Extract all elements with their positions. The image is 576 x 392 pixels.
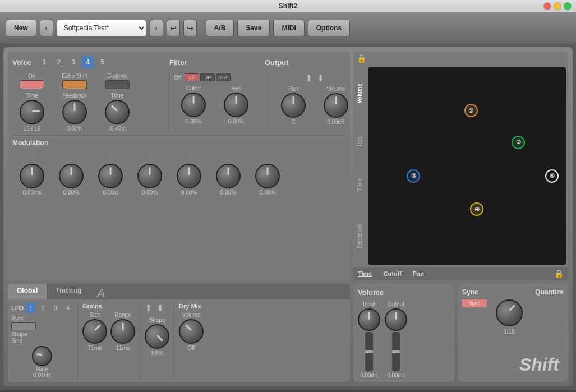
- quantize-header: Sync Quantize: [462, 288, 564, 296]
- top-section: Voice 1 2 3 4 5 Filter Output: [8, 52, 568, 280]
- output-knob[interactable]: [385, 308, 407, 331]
- preset-select[interactable]: Softpedia Test*: [57, 20, 146, 36]
- voice-num-3[interactable]: 3: [67, 56, 80, 68]
- filter-bp-button[interactable]: BP: [200, 73, 215, 81]
- res-knob[interactable]: [224, 93, 248, 117]
- options-button[interactable]: Options: [308, 20, 350, 36]
- new-button[interactable]: New: [6, 20, 36, 36]
- feedback-label: Feedback: [62, 93, 87, 99]
- feedback-control: Feedback 0.00%: [55, 93, 94, 132]
- save-button[interactable]: Save: [237, 20, 270, 36]
- undo-button[interactable]: ↩: [167, 20, 180, 36]
- cutoff-value: 0.00%: [186, 118, 201, 124]
- lfo-num-1[interactable]: 1: [26, 303, 36, 313]
- time-knob[interactable]: [20, 100, 44, 124]
- filter-column: Off LP BP HP Cutoff 0.00% Res: [174, 73, 269, 132]
- grains-size-control: Size 71ms: [82, 312, 107, 351]
- midi-button[interactable]: MIDI: [273, 20, 304, 36]
- tune-knob[interactable]: [105, 100, 130, 124]
- xy-tune-label[interactable]: Tune: [357, 178, 363, 191]
- lfo-num-3[interactable]: 3: [50, 303, 61, 313]
- mod-knob-ctrl-2[interactable]: [59, 164, 84, 188]
- echo-shift-control: Echo Shift: [55, 73, 94, 89]
- filter-hp-button[interactable]: HP: [216, 73, 231, 81]
- xy-lock-right-icon[interactable]: 🔒: [554, 269, 564, 278]
- vfo-panel: Voice 1 2 3 4 5 Filter Output: [8, 52, 350, 280]
- drymix-volume-control: Volume Off: [179, 312, 204, 351]
- shape-up-icon[interactable]: ⬆: [145, 303, 152, 313]
- input-fader[interactable]: [365, 332, 373, 371]
- output-arrows: ⬆ ⬇: [274, 73, 356, 84]
- mod-knob-ctrl-4[interactable]: [137, 164, 162, 188]
- output-fader-control: Output 0.00dB: [385, 301, 407, 379]
- mod-dash-13: -: [209, 156, 248, 163]
- feedback-knob[interactable]: [62, 100, 87, 124]
- mod-value-2: 0.00%: [63, 190, 79, 196]
- maximize-button[interactable]: [564, 2, 572, 10]
- voice-num-2[interactable]: 2: [53, 56, 65, 68]
- voice-num-1[interactable]: 1: [38, 56, 50, 68]
- xy-pan-axis[interactable]: Pan: [413, 270, 424, 277]
- grains-size-knob[interactable]: [82, 319, 107, 344]
- redo-button[interactable]: ↪: [183, 20, 197, 36]
- shape-down-icon[interactable]: ⬇: [156, 303, 164, 313]
- xy-dot-5[interactable]: ⑤: [545, 169, 559, 183]
- prev-preset-button[interactable]: ‹: [40, 20, 53, 36]
- mod-dash-12: -: [169, 156, 209, 163]
- lfo-num-2[interactable]: 2: [38, 303, 48, 313]
- mod-knob-ctrl-6[interactable]: [216, 164, 241, 188]
- filter-lp-button[interactable]: LP: [185, 73, 199, 81]
- xy-dot-2[interactable]: ②: [512, 136, 525, 149]
- grains-range-knob[interactable]: [110, 319, 135, 344]
- close-button[interactable]: [543, 2, 551, 10]
- xy-res-label[interactable]: Res: [357, 136, 363, 146]
- echo-shift-toggle[interactable]: [62, 80, 87, 89]
- minimize-button[interactable]: [554, 2, 561, 10]
- quantize-value: 1/16: [504, 329, 514, 335]
- mod-dash-14: -: [248, 156, 287, 163]
- on-control: On: [12, 73, 52, 89]
- mod-knob-ctrl-3[interactable]: [98, 164, 123, 188]
- ab-button[interactable]: A/B: [206, 20, 234, 36]
- xy-pad[interactable]: ① ② ③ ④ ⑤: [368, 67, 566, 265]
- next-preset-button[interactable]: ›: [150, 20, 163, 36]
- shape-knob[interactable]: [145, 324, 169, 349]
- upload-icon[interactable]: ⬆: [305, 73, 312, 84]
- input-knob[interactable]: [358, 308, 380, 331]
- xy-dot-3[interactable]: ③: [407, 169, 420, 183]
- voice-section-label: Voice: [12, 58, 31, 67]
- quantize-knob[interactable]: [496, 299, 523, 326]
- cutoff-knob[interactable]: [181, 93, 206, 117]
- xy-dot-4[interactable]: ④: [470, 202, 483, 216]
- global-tab-tracking[interactable]: Tracking: [47, 284, 90, 299]
- xy-cutoff-axis[interactable]: Cutoff: [383, 270, 401, 277]
- mod-dash-3: -: [91, 149, 130, 155]
- xy-feedback-label[interactable]: Feedback: [357, 224, 363, 248]
- on-toggle[interactable]: [20, 80, 44, 89]
- xy-dot-1[interactable]: ①: [464, 104, 478, 117]
- diatonic-toggle[interactable]: [105, 80, 130, 89]
- mod-knob-6: 0.00%: [209, 164, 248, 196]
- lfo-sync-toggle[interactable]: [11, 322, 36, 330]
- volume-panel: Volume Input 0.00dB Output: [353, 284, 454, 382]
- mod-knob-ctrl-5[interactable]: [177, 164, 201, 188]
- mod-knob-ctrl-1[interactable]: [20, 164, 44, 188]
- global-tab-global[interactable]: Global: [8, 284, 47, 299]
- lfo-num-4[interactable]: 4: [63, 303, 73, 313]
- volume-knob[interactable]: [324, 93, 348, 118]
- mod-dash-11: -: [130, 156, 169, 163]
- lfo-rate-knob[interactable]: [32, 346, 52, 366]
- xy-lock-top-icon[interactable]: 🔒: [357, 54, 366, 63]
- pan-knob[interactable]: [281, 93, 306, 118]
- mod-knob-ctrl-7[interactable]: [255, 164, 280, 188]
- xy-volume-label[interactable]: Volume: [357, 84, 363, 103]
- download-icon[interactable]: ⬇: [317, 73, 324, 84]
- window-title: Shift2: [279, 2, 297, 10]
- voice-num-4[interactable]: 4: [82, 56, 94, 68]
- voice-num-5[interactable]: 5: [96, 56, 109, 68]
- sync-button[interactable]: Sync: [462, 299, 487, 307]
- filter-off-label: Off: [174, 75, 181, 81]
- drymix-volume-knob[interactable]: [179, 319, 204, 344]
- xy-time-axis[interactable]: Time: [358, 270, 372, 277]
- output-fader[interactable]: [392, 332, 400, 371]
